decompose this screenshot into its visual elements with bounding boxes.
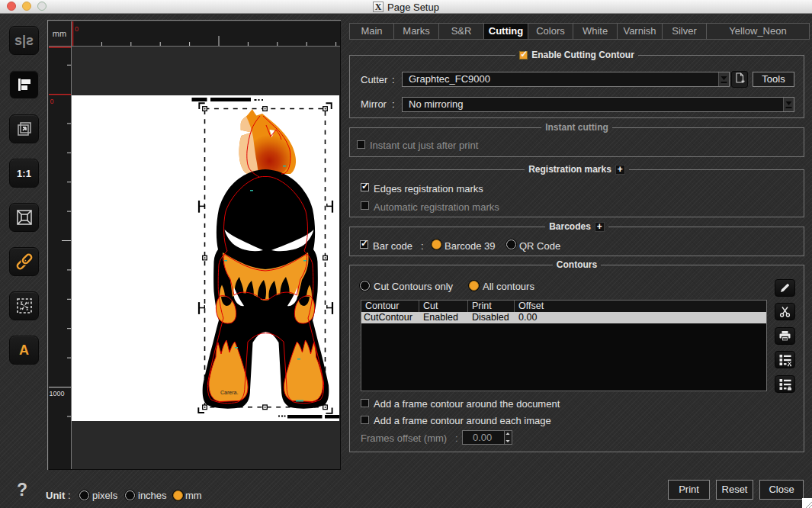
svg-text:0: 0: [50, 98, 54, 105]
svg-text:0: 0: [75, 25, 79, 33]
svg-text:1000: 1000: [50, 390, 65, 397]
svg-text:Carera.: Carera.: [220, 390, 238, 395]
svg-text:mm: mm: [53, 29, 66, 38]
